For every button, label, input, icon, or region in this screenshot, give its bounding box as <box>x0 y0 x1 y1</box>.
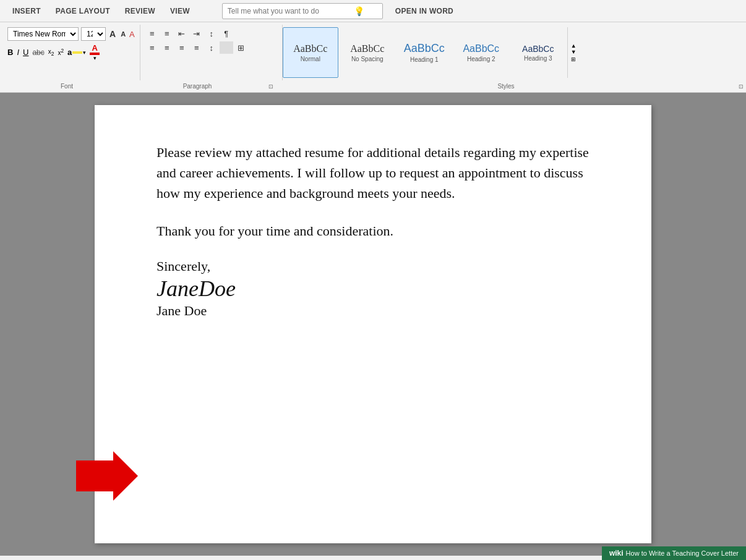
style-heading2-label: Heading 2 <box>467 56 495 62</box>
tab-view[interactable]: VIEW <box>163 3 197 19</box>
sincerely-text: Sincerely, <box>156 258 590 274</box>
tab-review[interactable]: REVIEW <box>118 3 163 19</box>
bulb-icon: 💡 <box>354 6 364 16</box>
wiki-how-text: How to Write a Teaching Cover Letter <box>626 549 739 557</box>
font-size-select[interactable]: 12 <box>81 27 106 41</box>
styles-expand-icon[interactable]: ⊡ <box>739 83 744 90</box>
red-arrow-icon <box>76 451 138 501</box>
document-page: Please review my attached resume for add… <box>95 105 651 543</box>
search-input[interactable] <box>228 7 351 15</box>
underline-button[interactable]: U <box>23 48 28 57</box>
tab-page-layout[interactable]: PAGE LAYOUT <box>48 3 118 19</box>
borders-button[interactable]: ⊞ <box>234 41 248 54</box>
paragraph-section: ≡ ≡ ⇤ ⇥ ↕ ¶ ≡ ≡ ≡ ≡ ↕ ⊞ <box>140 25 283 80</box>
style-no-spacing[interactable]: AaBbCc No Spacing <box>340 27 395 78</box>
styles-scroll-button[interactable]: ▲ ▼ ⊞ <box>567 27 580 78</box>
document-paragraph-1: Please review my attached resume for add… <box>156 142 590 203</box>
font-section-label: Font <box>2 83 126 90</box>
style-heading3-label: Heading 3 <box>524 55 552 62</box>
signature-section: Sincerely, JaneDoe Jane Doe <box>156 258 590 319</box>
italic-button[interactable]: I <box>17 48 19 57</box>
justify-button[interactable]: ≡ <box>190 41 204 54</box>
styles-section: AaBbCc Normal AaBbCc No Spacing AaBbCc H… <box>283 25 744 80</box>
tab-insert[interactable]: INSERT <box>5 3 48 19</box>
svg-marker-0 <box>76 451 138 501</box>
document-area: Please review my attached resume for add… <box>0 93 746 556</box>
align-center-button[interactable]: ≡ <box>160 41 174 54</box>
signature-name: Jane Doe <box>156 303 590 319</box>
style-heading1[interactable]: AaBbCc Heading 1 <box>397 27 452 78</box>
signature-cursive: JaneDoe <box>156 277 590 302</box>
style-no-spacing-preview: AaBbCc <box>350 43 384 54</box>
line-spacing-button[interactable]: ↕ <box>205 41 218 54</box>
strikethrough-button[interactable]: abc <box>32 48 44 57</box>
align-right-button[interactable]: ≡ <box>175 41 189 54</box>
font-shrink-button[interactable]: A <box>119 30 127 38</box>
style-heading3-preview: AaBbCc <box>522 44 554 54</box>
wiki-logo: wiki <box>609 549 624 558</box>
highlight-button[interactable]: a ▾ <box>67 48 86 57</box>
sort-button[interactable]: ↕ <box>205 27 218 40</box>
search-box[interactable]: 💡 <box>222 3 383 19</box>
superscript-button[interactable]: x2 <box>58 48 64 56</box>
clear-format-icon[interactable]: A <box>129 30 135 39</box>
style-heading3[interactable]: AaBbCc Heading 3 <box>510 27 566 78</box>
style-normal[interactable]: AaBbCc Normal <box>283 27 338 78</box>
font-grow-button[interactable]: A <box>108 29 117 39</box>
shading-button[interactable] <box>220 41 233 54</box>
bullet-list-button2[interactable]: ≡ <box>160 27 174 40</box>
document-paragraph-2: Thank you for your time and consideratio… <box>156 221 590 241</box>
style-heading1-preview: AaBbCc <box>404 42 445 55</box>
align-left-button[interactable]: ≡ <box>145 41 159 54</box>
bold-button[interactable]: B <box>7 48 13 57</box>
bottom-bar: wiki How to Write a Teaching Cover Lette… <box>602 546 746 560</box>
open-in-word-button[interactable]: OPEN IN WORD <box>395 7 453 15</box>
bullet-list-button[interactable]: ≡ <box>145 27 159 40</box>
paragraph-section-label: Paragraph <box>126 83 268 90</box>
style-normal-preview: AaBbCc <box>293 43 327 54</box>
style-heading1-label: Heading 1 <box>410 56 439 63</box>
style-heading2-preview: AaBbCc <box>463 43 499 54</box>
increase-indent-button[interactable]: ⇥ <box>190 27 204 40</box>
style-normal-label: Normal <box>301 56 320 62</box>
paragraph-dialog-icon[interactable]: ⊡ <box>268 83 273 90</box>
styles-section-label: Styles <box>273 83 739 90</box>
font-color-button[interactable]: A ▾ <box>90 43 100 61</box>
decrease-indent-button[interactable]: ⇤ <box>175 27 189 40</box>
style-no-spacing-label: No Spacing <box>351 56 384 62</box>
style-heading2[interactable]: AaBbCc Heading 2 <box>453 27 509 78</box>
show-marks-button[interactable]: ¶ <box>220 27 233 40</box>
font-name-select[interactable]: Times New Roman <box>7 27 79 41</box>
font-section: Times New Roman 12 A A A B I U abc x2 x2… <box>2 25 140 80</box>
subscript-button[interactable]: x2 <box>48 48 54 57</box>
